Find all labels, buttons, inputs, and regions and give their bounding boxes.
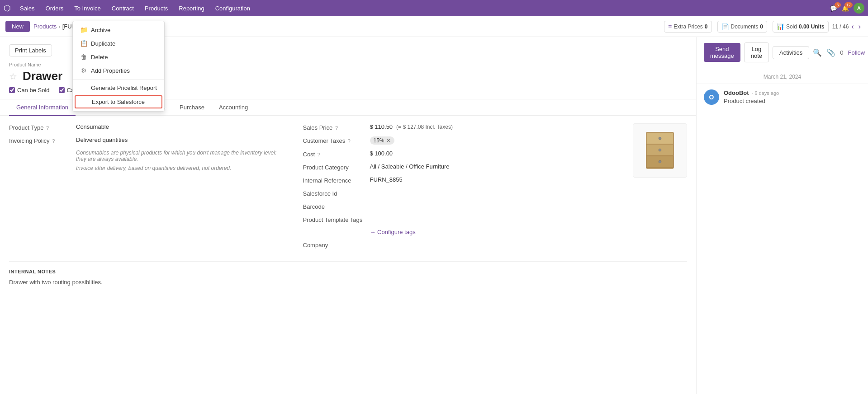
tab-purchase[interactable]: Purchase bbox=[172, 99, 212, 116]
invoicing-policy-help-icon[interactable]: ? bbox=[52, 138, 55, 144]
message-time: - 6 days ago bbox=[752, 90, 779, 96]
notification-icon-button[interactable]: 🔔 17 bbox=[842, 5, 849, 12]
sold-label: Sold bbox=[786, 23, 797, 30]
chat-icon-button[interactable]: 💬 6 bbox=[830, 5, 837, 12]
internal-notes-text[interactable]: Drawer with two routing possiblities. bbox=[9, 279, 687, 286]
customer-taxes-help-icon[interactable]: ? bbox=[348, 138, 351, 144]
follow-button[interactable]: Follow bbox=[848, 49, 865, 56]
product-type-field: Product Type ? Consumable bbox=[9, 123, 280, 131]
favorite-star-icon[interactable]: ☆ bbox=[9, 71, 17, 82]
svg-point-5 bbox=[659, 149, 661, 151]
invoicing-policy-field: Invoicing Policy ? Delivered quantities bbox=[9, 136, 280, 144]
product-type-help-icon[interactable]: ? bbox=[46, 125, 49, 131]
dropdown-duplicate[interactable]: 📋 Duplicate bbox=[73, 37, 164, 50]
internal-reference-value[interactable]: FURN_8855 bbox=[370, 176, 403, 183]
nav-item-configuration[interactable]: Configuration bbox=[211, 3, 255, 14]
print-labels-button[interactable]: Print Labels bbox=[9, 44, 52, 56]
svg-point-4 bbox=[659, 137, 661, 140]
dropdown-archive[interactable]: 📁 Archive bbox=[73, 23, 164, 37]
nav-item-reporting[interactable]: Reporting bbox=[174, 3, 209, 14]
sales-price-help-icon[interactable]: ? bbox=[335, 125, 338, 131]
user-avatar[interactable]: A bbox=[854, 3, 864, 14]
salesforce-id-field: Salesforce Id bbox=[303, 189, 574, 197]
delete-icon: 🗑 bbox=[80, 53, 87, 61]
internal-notes-title: INTERNAL NOTES bbox=[9, 269, 687, 274]
cost-help-icon[interactable]: ? bbox=[318, 152, 320, 157]
chat-badge: 6 bbox=[835, 2, 841, 8]
nav-item-orders[interactable]: Orders bbox=[41, 3, 68, 14]
extra-prices-button[interactable]: ≡ Extra Prices 0 bbox=[664, 21, 712, 33]
delete-label: Delete bbox=[91, 54, 108, 61]
attach-icon[interactable]: 📎 bbox=[826, 48, 835, 57]
company-label: Company bbox=[303, 241, 366, 249]
properties-icon: ⚙ bbox=[80, 67, 87, 74]
extra-prices-label: Extra Prices bbox=[674, 23, 703, 30]
nav-item-sales[interactable]: Sales bbox=[15, 3, 39, 14]
nav-item-contract[interactable]: Contract bbox=[107, 3, 138, 14]
sold-value: 0.00 Units bbox=[799, 23, 825, 30]
generate-pricelist-label: Generate Pricelist Report bbox=[91, 84, 157, 91]
internal-reference-label: Internal Reference bbox=[303, 176, 366, 184]
sales-price-value[interactable]: $ 110.50 bbox=[370, 123, 393, 130]
add-properties-label: Add Properties bbox=[91, 67, 130, 74]
dropdown-export-salesforce[interactable]: Export to Salesforce bbox=[75, 95, 162, 108]
product-name-heading: Drawer bbox=[23, 69, 62, 83]
prev-record-button[interactable]: ‹ bbox=[849, 22, 855, 32]
sales-price-incl-taxes: (= $ 127.08 Incl. Taxes) bbox=[396, 124, 453, 130]
template-tags-field: Product Template Tags bbox=[303, 216, 574, 223]
nav-item-products[interactable]: Products bbox=[140, 3, 172, 14]
remove-tax-icon[interactable]: ✕ bbox=[386, 137, 391, 144]
product-image[interactable] bbox=[633, 123, 687, 178]
barcode-label: Barcode bbox=[303, 202, 366, 210]
notif-badge: 17 bbox=[844, 2, 853, 8]
message-body: OdooBot - 6 days ago Product created bbox=[724, 89, 861, 105]
follower-count: 0 bbox=[840, 49, 843, 56]
salesforce-id-label: Salesforce Id bbox=[303, 189, 366, 197]
sales-price-label: Sales Price ? bbox=[303, 123, 366, 131]
dropdown-generate-pricelist[interactable]: Generate Pricelist Report bbox=[73, 81, 164, 94]
extra-prices-count: 0 bbox=[705, 23, 708, 30]
message-text: Product created bbox=[724, 98, 861, 104]
price-tag-icon: ≡ bbox=[668, 23, 672, 30]
avatar-letter: O bbox=[709, 94, 714, 101]
product-category-value[interactable]: All / Saleable / Office Furniture bbox=[370, 163, 450, 170]
documents-button[interactable]: 📄 Documents 0 bbox=[717, 21, 767, 33]
cost-value[interactable]: $ 100.00 bbox=[370, 150, 393, 157]
sold-button[interactable]: 📊 Sold 0.00 Units bbox=[773, 21, 829, 33]
nav-item-to-invoice[interactable]: To Invoice bbox=[70, 3, 105, 14]
customer-taxes-label: Customer Taxes ? bbox=[303, 136, 366, 144]
template-tags-label: Product Template Tags bbox=[303, 216, 366, 223]
send-message-button[interactable]: Send message bbox=[704, 43, 740, 62]
activities-button[interactable]: Activities bbox=[773, 46, 809, 59]
search-messages-icon[interactable]: 🔍 bbox=[813, 48, 822, 57]
new-button[interactable]: New bbox=[5, 21, 30, 32]
tax-value: 15% bbox=[374, 137, 384, 144]
pagination-controls: 11 / 46 ‹ › bbox=[832, 22, 863, 32]
product-image-svg bbox=[642, 130, 678, 171]
log-note-button[interactable]: Log note bbox=[744, 42, 769, 62]
can-be-sold-input[interactable] bbox=[9, 87, 15, 93]
documents-label: Documents bbox=[731, 23, 759, 30]
odobot-avatar: O bbox=[704, 89, 719, 105]
top-navigation: ⬡ Sales Orders To Invoice Contract Produ… bbox=[0, 0, 868, 16]
general-info-content: Product Type ? Consumable Invoicing Poli… bbox=[0, 116, 696, 261]
product-type-label: Product Type ? bbox=[9, 123, 72, 131]
dropdown-delete[interactable]: 🗑 Delete bbox=[73, 50, 164, 64]
barcode-field: Barcode bbox=[303, 202, 574, 210]
breadcrumb-products[interactable]: Products bbox=[33, 23, 57, 30]
export-salesforce-label: Export to Salesforce bbox=[92, 98, 145, 105]
tab-accounting[interactable]: Accounting bbox=[212, 99, 255, 116]
message-author: OdooBot bbox=[724, 89, 749, 96]
invoicing-policy-value[interactable]: Delivered quantities bbox=[76, 136, 128, 143]
document-icon: 📄 bbox=[721, 23, 729, 30]
internal-reference-field: Internal Reference FURN_8855 bbox=[303, 176, 574, 184]
sales-price-field: Sales Price ? $ 110.50 (= $ 127.08 Incl.… bbox=[303, 123, 574, 131]
configure-tags-link[interactable]: → Configure tags bbox=[370, 229, 416, 235]
next-record-button[interactable]: › bbox=[857, 22, 863, 32]
dropdown-add-properties[interactable]: ⚙ Add Properties bbox=[73, 64, 164, 77]
can-be-purchased-input[interactable] bbox=[59, 87, 65, 93]
tab-general-information[interactable]: General Information bbox=[9, 99, 76, 116]
invoice-note: Invoice after delivery, based on quantit… bbox=[76, 165, 280, 171]
product-type-value[interactable]: Consumable bbox=[76, 123, 109, 130]
can-be-sold-checkbox[interactable]: Can be Sold bbox=[9, 87, 50, 94]
